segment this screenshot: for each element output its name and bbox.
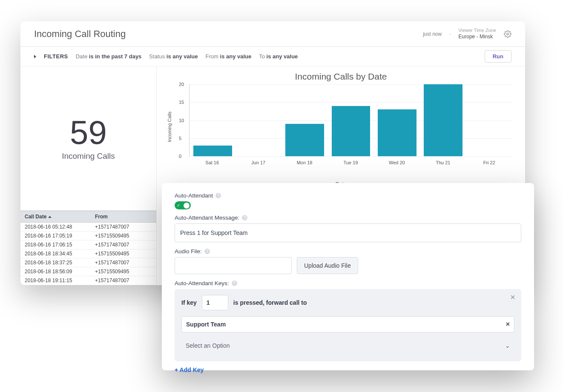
table-row[interactable]: 2018-06-18 18:56:09+15715509495 bbox=[20, 267, 156, 276]
filter-from[interactable]: From is any value bbox=[206, 53, 252, 60]
table-row[interactable]: 2018-06-18 18:34:45+15715509495 bbox=[20, 249, 156, 258]
auto-attendant-label: Auto-Attendant ? bbox=[175, 192, 521, 199]
cell-date: 2018-06-18 19:11:15 bbox=[25, 278, 95, 283]
help-icon[interactable]: ? bbox=[232, 280, 237, 286]
x-tick: Wed 20 bbox=[374, 160, 420, 165]
chart-bar[interactable] bbox=[424, 84, 462, 156]
timezone-label: Viewer Time Zone bbox=[459, 28, 496, 34]
run-button[interactable]: Run bbox=[485, 50, 511, 63]
table-row[interactable]: 2018-06-18 19:11:15+15717487007 bbox=[20, 276, 156, 285]
settings-panel: Auto-Attendant ? ✓ Auto-Attendant Messag… bbox=[162, 183, 534, 370]
toggle-knob bbox=[184, 203, 190, 209]
audio-file-label: Audio File: ? bbox=[175, 248, 521, 255]
cell-from: +15717487007 bbox=[95, 224, 152, 230]
cell-from: +15715509495 bbox=[95, 251, 152, 257]
x-tick: Thu 21 bbox=[420, 160, 466, 165]
add-key-button[interactable]: + Add Key bbox=[175, 366, 204, 373]
dot-separator: · bbox=[449, 31, 451, 37]
attendant-key-block: × If key is pressed, forward call to Sup… bbox=[175, 289, 521, 361]
timezone-picker[interactable]: Viewer Time Zone Europe - Minsk bbox=[459, 28, 496, 40]
svg-point-0 bbox=[507, 33, 509, 35]
cell-date: 2018-06-16 17:05:19 bbox=[25, 233, 95, 239]
if-pressed-text: is pressed, forward call to bbox=[233, 299, 307, 306]
header-right: just now · Viewer Time Zone Europe - Min… bbox=[423, 28, 511, 40]
timezone-value: Europe - Minsk bbox=[459, 34, 493, 40]
cell-date: 2018-06-18 18:56:09 bbox=[25, 269, 95, 275]
y-tick: 0 bbox=[179, 154, 181, 159]
cell-date: 2018-06-18 18:37:25 bbox=[25, 260, 95, 266]
report-header: Incoming Call Routing just now · Viewer … bbox=[20, 21, 525, 47]
col-from[interactable]: From bbox=[95, 214, 152, 220]
cell-from: +15717487007 bbox=[95, 278, 152, 283]
key-number-input[interactable] bbox=[202, 295, 228, 310]
message-label: Auto-Attendant Message: ? bbox=[175, 215, 521, 221]
chart-ylabel: Incoming Calls bbox=[167, 112, 172, 142]
filters-label[interactable]: FILTERS bbox=[44, 53, 68, 60]
forward-target-chip[interactable]: Support Team × bbox=[181, 316, 514, 332]
remove-chip-icon[interactable]: × bbox=[506, 320, 510, 328]
y-tick: 5 bbox=[179, 136, 181, 141]
gear-icon[interactable] bbox=[504, 30, 511, 38]
x-tick: Sat 16 bbox=[189, 160, 235, 165]
page-title: Incoming Call Routing bbox=[34, 29, 126, 40]
filter-to[interactable]: To is any value bbox=[259, 53, 298, 60]
if-key-text: If key bbox=[181, 299, 197, 306]
kpi-value: 59 bbox=[70, 116, 107, 149]
sort-asc-icon bbox=[48, 216, 52, 218]
help-icon[interactable]: ? bbox=[215, 193, 221, 198]
table-header[interactable]: Call Date From bbox=[20, 211, 156, 223]
x-tick: Jun 17 bbox=[235, 160, 281, 165]
option-select[interactable]: Select an Option ⌄ bbox=[181, 338, 514, 354]
chart-title: Incoming Calls by Date bbox=[169, 72, 512, 82]
chart-bar[interactable] bbox=[193, 146, 232, 156]
attendant-message-input[interactable] bbox=[175, 223, 521, 242]
auto-attendant-toggle[interactable]: ✓ bbox=[175, 201, 191, 209]
chart-bar[interactable] bbox=[332, 106, 371, 156]
y-tick: 20 bbox=[179, 82, 184, 87]
filter-bar: FILTERS Date is in the past 7 days Statu… bbox=[20, 47, 525, 66]
audio-file-input[interactable] bbox=[175, 257, 292, 274]
y-tick: 10 bbox=[179, 118, 184, 123]
updated-label: just now bbox=[423, 31, 442, 37]
cell-date: 2018-06-16 17:06:15 bbox=[25, 242, 95, 248]
upload-audio-button[interactable]: Upload Audio File bbox=[297, 257, 358, 274]
cell-from: +15715509495 bbox=[95, 269, 152, 275]
x-tick: Fri 22 bbox=[466, 160, 512, 165]
call-table: Call Date From 2018-06-16 05:12:48+15717… bbox=[20, 211, 156, 285]
chip-label: Support Team bbox=[186, 321, 226, 328]
x-tick: Tue 19 bbox=[327, 160, 373, 165]
table-row[interactable]: 2018-06-16 17:06:15+15717487007 bbox=[20, 240, 156, 249]
close-icon[interactable]: × bbox=[510, 292, 515, 302]
chevron-down-icon: ⌄ bbox=[505, 342, 510, 349]
table-row[interactable]: 2018-06-16 05:12:48+15717487007 bbox=[20, 223, 156, 232]
filter-status[interactable]: Status is any value bbox=[149, 53, 198, 60]
kpi-label: Incoming Calls bbox=[62, 152, 115, 161]
caret-right-icon[interactable] bbox=[34, 55, 36, 58]
y-tick: 15 bbox=[179, 100, 184, 105]
keys-label: Auto-Attendant Keys: ? bbox=[175, 280, 521, 286]
cell-date: 2018-06-16 05:12:48 bbox=[25, 224, 95, 230]
col-call-date: Call Date bbox=[25, 214, 95, 220]
select-placeholder: Select an Option bbox=[186, 342, 230, 349]
check-icon: ✓ bbox=[177, 203, 180, 208]
x-tick: Mon 18 bbox=[282, 160, 327, 165]
filter-date[interactable]: Date is in the past 7 days bbox=[76, 53, 142, 60]
chart-bar[interactable] bbox=[378, 109, 417, 156]
cell-from: +15715509495 bbox=[95, 233, 152, 239]
cell-from: +15717487007 bbox=[95, 242, 152, 248]
filter-list: FILTERS Date is in the past 7 days Statu… bbox=[34, 53, 298, 60]
table-row[interactable]: 2018-06-16 17:05:19+15715509495 bbox=[20, 232, 156, 240]
kpi-card: 59 Incoming Calls bbox=[20, 66, 156, 211]
help-icon[interactable]: ? bbox=[242, 215, 247, 220]
cell-date: 2018-06-18 18:34:45 bbox=[25, 251, 95, 257]
cell-from: +15717487007 bbox=[95, 260, 152, 266]
table-row[interactable]: 2018-06-18 18:37:25+15717487007 bbox=[20, 258, 156, 267]
left-column: 59 Incoming Calls Call Date From 2018-06… bbox=[20, 66, 157, 285]
chart-bar[interactable] bbox=[285, 124, 324, 156]
help-icon[interactable]: ? bbox=[204, 249, 210, 254]
